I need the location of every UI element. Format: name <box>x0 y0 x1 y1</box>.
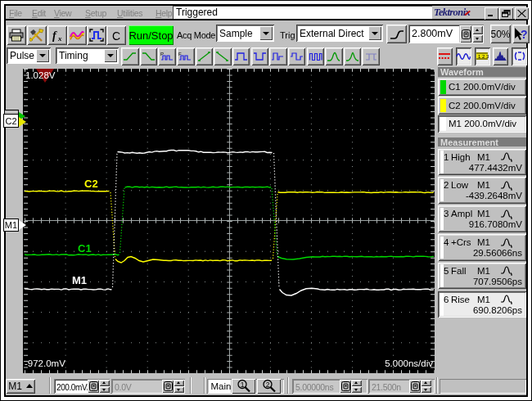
svg-text:1: 1 <box>240 381 244 389</box>
svg-text:M1: M1 <box>72 274 87 286</box>
svg-text:C: C <box>112 29 120 42</box>
svg-text:C2: C2 <box>84 178 98 190</box>
svg-text:1 2 3: 1 2 3 <box>478 54 489 59</box>
svg-text:f: f <box>52 29 57 42</box>
svg-text:x: x <box>57 34 62 43</box>
svg-text:5.000ns/div: 5.000ns/div <box>385 358 433 368</box>
svg-text:1.028V: 1.028V <box>25 70 56 80</box>
svg-text:C1: C1 <box>78 242 92 255</box>
svg-text:-972.0mV: -972.0mV <box>25 358 65 368</box>
svg-text:?: ? <box>521 28 528 41</box>
svg-text:2: 2 <box>265 381 269 389</box>
